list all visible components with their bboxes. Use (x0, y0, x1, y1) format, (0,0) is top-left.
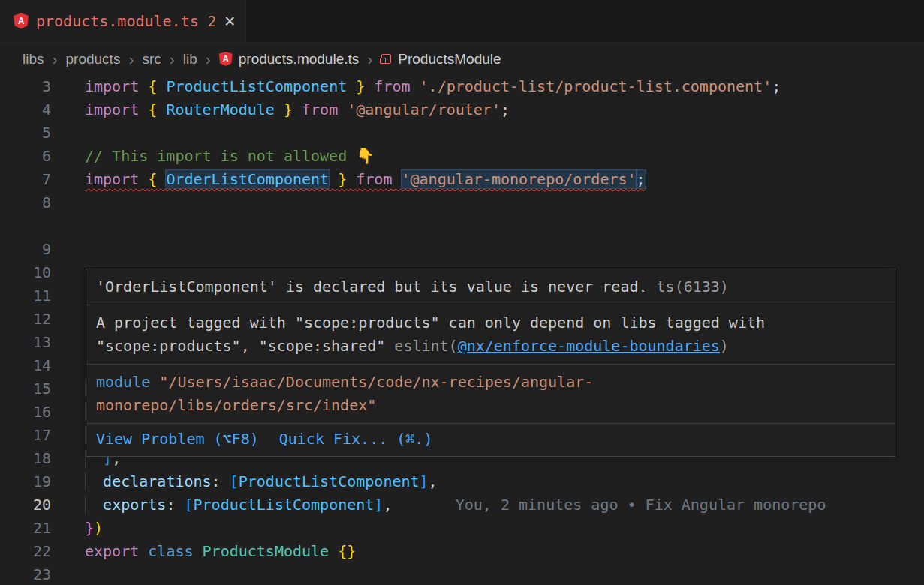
code-line[interactable]: 8 (0, 191, 924, 238)
view-problem-action[interactable]: View Problem (⌥F8) (96, 428, 259, 451)
hover-text: "/Users/isaac/Documents/code/nx-recipes/… (96, 373, 593, 414)
line-number: 15 (0, 377, 51, 400)
code-token: ProductListComponent (239, 472, 420, 490)
code-token: export (85, 542, 139, 560)
code-token: import (85, 77, 139, 95)
code-token (329, 170, 338, 188)
code-token: ; (772, 77, 781, 95)
code-token (275, 100, 284, 118)
code-line[interactable]: 23 (0, 563, 924, 585)
code-line[interactable]: 20 exports: [ProductListComponent], You,… (0, 494, 924, 517)
code-line[interactable]: 7import { OrderListComponent } from '@an… (0, 168, 924, 191)
chevron-right-icon: › (128, 51, 134, 67)
line-number: 3 (0, 75, 51, 98)
hover-message: module "/Users/isaac/Documents/code/nx-r… (86, 364, 895, 423)
code-token (293, 100, 302, 118)
code-token (139, 100, 148, 118)
code-token: {} (338, 542, 356, 560)
line-number: 22 (0, 540, 51, 563)
code-text[interactable]: import { OrderListComponent } from '@ang… (51, 168, 924, 191)
close-icon[interactable]: ✕ (224, 13, 236, 30)
angular-file-icon: A (14, 14, 29, 29)
tab-problems-badge: 2 (208, 13, 216, 29)
code-line[interactable]: 4import { RouterModule } from '@angular/… (0, 98, 924, 122)
code-token: exports (103, 496, 166, 514)
code-token: [ (184, 496, 193, 514)
code-token (85, 496, 103, 514)
breadcrumb-item-libs[interactable]: libs (23, 51, 44, 68)
hover-text: ) (720, 337, 729, 355)
code-token (392, 496, 455, 514)
line-number: 9 (0, 238, 51, 261)
code-text[interactable]: // This import is not allowed 👇 (51, 145, 924, 168)
hover-text: module (96, 373, 159, 391)
code-token: from (356, 170, 392, 188)
line-number: 20 (0, 494, 51, 517)
code-token: , (383, 496, 392, 514)
code-token: from (374, 77, 410, 95)
breadcrumb-item-lib[interactable]: lib (183, 51, 197, 68)
angular-file-icon: A (219, 52, 233, 66)
code-line[interactable]: 9 (0, 238, 924, 261)
line-number: 13 (0, 331, 51, 354)
code-editor[interactable]: 3import { ProductListComponent } from '.… (0, 75, 924, 585)
code-text[interactable]: declarations: [ProductListComponent], (51, 470, 924, 494)
code-token: : (212, 472, 221, 490)
code-token: } (85, 519, 94, 537)
line-number: 5 (0, 122, 51, 145)
code-token (139, 170, 148, 188)
hover-text: eslint( (394, 337, 457, 355)
code-token: ; (637, 170, 646, 188)
code-token: RouterModule (166, 100, 275, 118)
code-token: class (148, 542, 193, 560)
code-token: '@angular-monorepo/orders' (402, 170, 637, 188)
line-number: 23 (0, 563, 51, 585)
code-line[interactable]: 6// This import is not allowed 👇 (0, 145, 924, 168)
code-text[interactable]: exports: [ProductListComponent], You, 2 … (51, 494, 924, 517)
code-token (365, 77, 374, 95)
code-token (157, 170, 166, 188)
hover-status-bar: View Problem (⌥F8)Quick Fix... (⌘.) (86, 423, 895, 456)
quick-fix-action[interactable]: Quick Fix... (⌘.) (279, 428, 433, 451)
line-number: 12 (0, 308, 51, 331)
hover-messages: 'OrderListComponent' is declared but its… (86, 269, 895, 423)
breadcrumb-symbol-label: ProductsModule (398, 51, 501, 68)
code-token (139, 542, 148, 560)
breadcrumb-item-symbol[interactable]: ProductsModule (381, 51, 501, 68)
code-token (157, 77, 166, 95)
code-token: ] (420, 472, 429, 490)
line-number: 6 (0, 145, 51, 168)
breadcrumb-item-products[interactable]: products (66, 51, 121, 68)
code-token (411, 77, 420, 95)
code-text[interactable]: import { ProductListComponent } from './… (51, 75, 924, 98)
code-token (139, 77, 148, 95)
code-token: : (166, 496, 175, 514)
editor-tab[interactable]: A products.module.ts 2 ✕ (0, 0, 246, 42)
code-line[interactable]: 22export class ProductsModule {} (0, 540, 924, 563)
code-line[interactable]: 21}) (0, 517, 924, 540)
hover-text: ts(6133) (648, 278, 729, 296)
code-token: OrderListComponent (166, 170, 329, 188)
breadcrumb-path: libs›products›src›lib› (23, 51, 211, 68)
code-token (329, 542, 338, 560)
code-text[interactable]: export class ProductsModule {} (51, 540, 924, 563)
code-token: ProductsModule (203, 542, 330, 560)
line-number: 10 (0, 261, 51, 284)
code-token: { (148, 100, 157, 118)
rule-link[interactable]: @nx/enforce-module-boundaries (458, 337, 720, 355)
code-line[interactable]: 19 declarations: [ProductListComponent], (0, 470, 924, 494)
code-token: from (302, 100, 338, 118)
line-number: 14 (0, 354, 51, 377)
code-text[interactable]: }) (51, 517, 924, 540)
code-token: You, 2 minutes ago • Fix Angular monorep… (456, 496, 826, 514)
breadcrumb-item-src[interactable]: src (142, 51, 161, 68)
code-token: ) (94, 519, 103, 537)
code-text[interactable]: import { RouterModule } from '@angular/r… (51, 98, 924, 122)
breadcrumb-item-file[interactable]: A products.module.ts (219, 51, 360, 68)
code-line[interactable]: 5 (0, 122, 924, 145)
code-token (157, 100, 166, 118)
line-number: 18 (0, 447, 51, 470)
chevron-right-icon: › (170, 51, 175, 67)
code-token: import (85, 170, 139, 188)
code-line[interactable]: 3import { ProductListComponent } from '.… (0, 75, 924, 98)
